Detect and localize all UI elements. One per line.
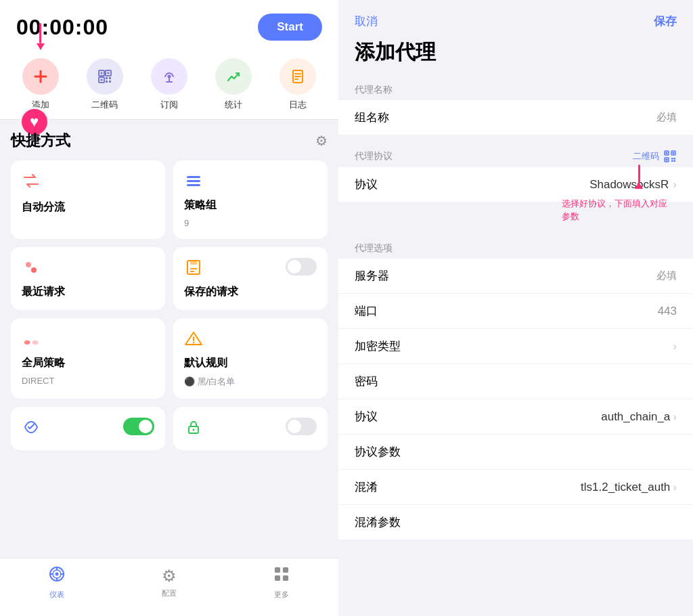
save-button[interactable]: 保存 — [654, 14, 677, 29]
port-label: 端口 — [355, 303, 378, 319]
obfs-value-row: tls1.2_ticket_auth › — [581, 481, 677, 494]
page-title: 添加代理 — [338, 36, 693, 77]
svg-rect-9 — [109, 77, 111, 79]
default-rule-title: 默认规则 — [184, 356, 317, 370]
global-policy-title: 全局策略 — [22, 356, 154, 370]
action-qr[interactable]: 二维码 — [87, 58, 123, 111]
row-obfs[interactable]: 混淆 tls1.2_ticket_auth › — [338, 470, 693, 505]
password-label: 密码 — [355, 374, 378, 389]
action-log[interactable]: 日志 — [280, 58, 316, 111]
more-icon — [273, 565, 290, 587]
saved-req-title: 保存的请求 — [184, 285, 317, 299]
svg-rect-28 — [25, 340, 30, 344]
svg-rect-7 — [100, 79, 102, 81]
section-name: 代理名称 组名称 必填 — [338, 77, 693, 135]
recent-req-title: 最近请求 — [22, 285, 154, 299]
item8-toggle[interactable] — [286, 418, 317, 435]
right-content: 取消 保存 添加代理 代理名称 组名称 必填 代理协议 二维码 — [338, 0, 693, 616]
card-saved-req[interactable]: 保存的请求 — [173, 247, 328, 310]
nav-settings[interactable]: ⚙ 配置 — [162, 567, 177, 598]
row-protocol-params[interactable]: 协议参数 — [338, 435, 693, 470]
card-item8[interactable] — [173, 407, 328, 450]
recent-req-icon — [22, 258, 154, 280]
svg-rect-41 — [275, 567, 280, 573]
cancel-button[interactable]: 取消 — [355, 14, 378, 29]
qr-scan-icon — [663, 150, 677, 163]
nav-dashboard[interactable]: 仪表 — [48, 565, 66, 600]
row-password[interactable]: 密码 — [338, 364, 693, 399]
default-rule-icon — [184, 329, 317, 351]
section-protocol: 代理协议 二维码 — [338, 143, 693, 202]
obfs-chevron: › — [673, 481, 677, 494]
action-add[interactable]: 添加 ♥ — [22, 58, 59, 111]
svg-point-33 — [193, 429, 195, 431]
row-obfs-protocol[interactable]: 协议 auth_chain_a › — [338, 399, 693, 435]
server-value: 必填 — [656, 269, 677, 282]
start-button[interactable]: Start — [258, 14, 322, 41]
item7-toggle[interactable] — [123, 418, 154, 435]
row-port[interactable]: 端口 443 — [338, 294, 693, 329]
right-topbar: 取消 保存 — [338, 0, 693, 36]
sub-label: 订阅 — [160, 99, 178, 111]
filter-icon[interactable]: ⚙ — [315, 133, 328, 149]
qr-scan-area[interactable]: 二维码 — [633, 150, 677, 163]
timer-display: 00:00:00 — [16, 15, 108, 40]
obfs-protocol-chevron: › — [673, 410, 677, 424]
card-auto-split[interactable]: 自动分流 — [11, 160, 165, 239]
row-group-name[interactable]: 组名称 必填 — [338, 100, 693, 135]
server-label: 服务器 — [355, 268, 389, 284]
svg-point-31 — [193, 342, 194, 343]
obfs-params-label: 混淆参数 — [355, 514, 401, 530]
protocol-chevron: › — [673, 178, 677, 192]
saved-req-toggle[interactable] — [286, 258, 317, 276]
section-header-options: 代理选项 — [338, 236, 693, 259]
svg-rect-50 — [666, 159, 668, 161]
svg-rect-51 — [671, 158, 673, 160]
qr-label: 二维码 — [91, 99, 118, 111]
svg-point-36 — [55, 573, 59, 576]
row-protocol[interactable]: 协议 ShadowsocksR › 选择好协议，下面填入对应参数 — [338, 167, 693, 202]
svg-rect-42 — [283, 567, 288, 573]
svg-rect-17 — [187, 176, 200, 178]
card-global-policy[interactable]: 全局策略 DIRECT — [11, 318, 165, 399]
policy-group-count: 9 — [184, 218, 317, 228]
svg-rect-10 — [106, 81, 108, 83]
obfs-value: tls1.2_ticket_auth — [581, 481, 670, 494]
more-label: 更多 — [274, 590, 289, 600]
svg-point-27 — [32, 340, 39, 345]
bottom-nav: 仪表 ⚙ 配置 更多 — [0, 558, 338, 616]
global-policy-value: DIRECT — [22, 376, 154, 386]
action-subscribe[interactable]: 订阅 — [151, 58, 187, 111]
row-server[interactable]: 服务器 必填 — [338, 259, 693, 294]
stats-icon-circle — [215, 58, 252, 95]
svg-rect-44 — [283, 575, 288, 581]
row-obfs-params[interactable]: 混淆参数 — [338, 505, 693, 540]
svg-rect-5 — [100, 72, 102, 74]
svg-rect-8 — [106, 77, 108, 79]
form-section-name: 组名称 必填 — [338, 100, 693, 135]
svg-point-20 — [26, 262, 31, 267]
svg-rect-6 — [107, 72, 109, 74]
log-icon-circle — [280, 58, 316, 95]
encrypt-chevron: › — [673, 340, 677, 353]
card-policy-group[interactable]: 策略组 9 — [173, 160, 328, 239]
card-item7[interactable] — [11, 407, 165, 450]
log-label: 日志 — [289, 99, 307, 111]
settings-label: 配置 — [162, 588, 177, 598]
dashboard-icon — [48, 565, 66, 587]
qr-scan-label: 二维码 — [633, 150, 659, 162]
quick-grid: 自动分流 策略组 9 — [11, 160, 328, 450]
nav-more[interactable]: 更多 — [273, 565, 290, 600]
obfs-protocol-value-row: auth_chain_a › — [601, 410, 677, 424]
auto-split-icon — [22, 171, 154, 195]
svg-rect-54 — [674, 160, 676, 162]
obfs-protocol-label: 协议 — [355, 409, 378, 424]
action-stats[interactable]: 统计 — [215, 58, 252, 111]
card-recent-req[interactable]: 最近请求 — [11, 247, 165, 310]
section-options: 代理选项 服务器 必填 端口 443 加密类型 › 密码 — [338, 236, 693, 540]
card-default-rule[interactable]: 默认规则 ⚫ 黑/白名单 — [173, 318, 328, 399]
svg-rect-19 — [187, 184, 200, 186]
policy-icon — [184, 171, 317, 193]
section-header-name: 代理名称 — [338, 77, 693, 100]
row-encrypt[interactable]: 加密类型 › — [338, 329, 693, 364]
